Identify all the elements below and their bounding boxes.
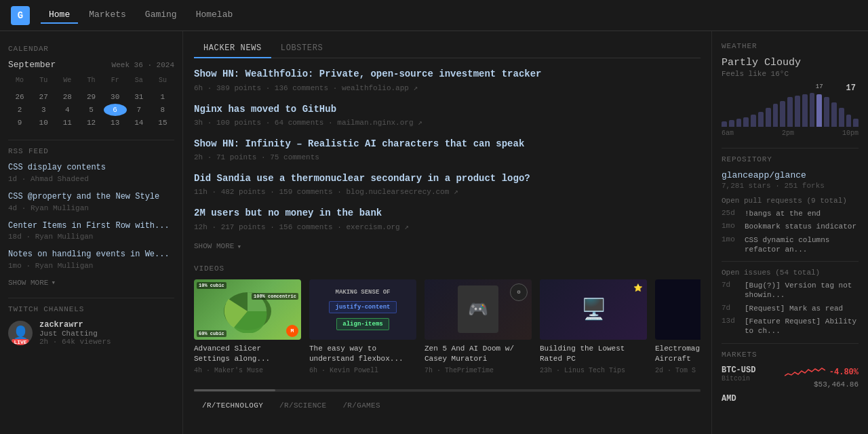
market-item-amd: AMD (722, 394, 859, 403)
scroll-thumb[interactable] (194, 389, 275, 391)
cal-day-7[interactable]: 7 (127, 104, 151, 116)
cal-day-31[interactable]: 31 (127, 91, 151, 103)
rss-item-title[interactable]: Center Items in First Row with... (8, 220, 174, 232)
market-ticker[interactable]: BTC-USD (722, 366, 755, 375)
repo-name[interactable]: glanceapp/glance (722, 170, 859, 180)
twitch-game: Just Chatting (39, 330, 174, 338)
cal-day-29[interactable]: 29 (79, 91, 102, 103)
market-right: -4.80% $53,464.86 (785, 366, 859, 389)
cal-day-26[interactable]: 26 (8, 91, 31, 103)
tab-science[interactable]: /R/SCIENCE (271, 399, 334, 412)
news-show-more[interactable]: SHOW MORE ▾ (194, 242, 701, 251)
cal-day-12[interactable]: 12 (79, 117, 102, 129)
news-item-title[interactable]: Did Sandia use a thermonuclear secondary… (194, 172, 701, 186)
main-layout: CALENDAR September Week 36 · 2024 Mo Tu … (0, 31, 868, 434)
weather-bar (824, 97, 829, 127)
tab-games[interactable]: /R/GAMES (334, 399, 388, 412)
rss-item: Notes on handling events in We... 1mo · … (8, 249, 174, 270)
news-item-meta: 3h · 100 points · 64 comments · mailman.… (194, 118, 701, 127)
video-card[interactable]: MAKING SENSE OF justify-content align-it… (309, 279, 416, 374)
weather-chart-container: 17 17 (722, 86, 859, 127)
rss-item-title[interactable]: CSS display contents (8, 162, 174, 174)
repo-issue-item: 7d [Request] Mark as read (722, 304, 859, 313)
weather-bar (802, 94, 808, 127)
weather-bar (780, 101, 785, 127)
news-item-meta: 2h · 71 points · 75 comments (194, 153, 701, 161)
twitch-name[interactable]: zackrawrr (39, 320, 174, 330)
market-header: AMD (722, 394, 859, 403)
weather-times: 6am 2pm 10pm (722, 130, 859, 137)
weather-bar (853, 119, 859, 127)
video-card[interactable]: ✈️ Electromagnetic Aircraft 2d · Tom S (655, 279, 701, 374)
weather-bar (787, 97, 793, 127)
weather-bar (810, 93, 815, 127)
news-item-title[interactable]: Show HN: Infinity – Realistic AI charact… (194, 138, 701, 151)
market-ticker[interactable]: AMD (722, 394, 736, 403)
video-thumbnail: MAKING SENSE OF justify-content align-it… (309, 279, 416, 340)
cal-day-1[interactable]: 1 (151, 91, 174, 103)
video-card[interactable]: 10% cubic 100% concentric 60% cubic M Ad… (194, 279, 301, 374)
cal-day-10[interactable]: 10 (32, 117, 55, 129)
cal-day-30[interactable]: 30 (104, 91, 127, 103)
rss-item: CSS @property and the New Style 4d · Rya… (8, 191, 174, 212)
rss-show-more[interactable]: SHOW MORE ▾ (8, 278, 174, 287)
weather-chart: 17 (722, 86, 859, 127)
weather-bar (743, 117, 749, 127)
rss-item-meta: 18d · Ryan Mulligan (8, 233, 174, 241)
rss-item-title[interactable]: Notes on handling events in We... (8, 249, 174, 260)
cal-day (8, 86, 31, 90)
cal-day-2[interactable]: 2 (8, 104, 31, 116)
divider (722, 343, 859, 344)
nav-home[interactable]: Home (41, 7, 78, 24)
tab-lobsters[interactable]: LOBSTERS (271, 39, 332, 58)
weather-section-title: WEATHER (722, 42, 859, 50)
cal-day-9[interactable]: 9 (8, 117, 31, 129)
videos-title: VIDEOS (194, 264, 701, 273)
twitch-title: TWITCH CHANNELS (8, 305, 174, 313)
left-sidebar: CALENDAR September Week 36 · 2024 Mo Tu … (0, 31, 183, 434)
weather-bar (729, 120, 734, 127)
cal-day-27[interactable]: 27 (32, 91, 55, 103)
news-item: 2M users but no money in the bank 12h · … (194, 207, 701, 231)
cal-day-13[interactable]: 13 (104, 117, 127, 129)
cal-day-15[interactable]: 15 (151, 117, 174, 129)
nav-gaming[interactable]: Gaming (137, 7, 185, 24)
divider (722, 261, 859, 262)
rss-item-meta: 1mo · Ryan Mulligan (8, 262, 174, 270)
video-thumbnail: 🖥️ ⭐ (540, 279, 647, 340)
center-content: HACKER NEWS LOBSTERS Show HN: Wealthfoli… (183, 31, 712, 434)
cal-day-5[interactable]: 5 (79, 104, 102, 116)
video-title: Zen 5 And AI Doom w/ Casey Muratori (425, 344, 532, 365)
video-card[interactable]: 🎮 ⚙ Zen 5 And AI Doom w/ Casey Muratori … (425, 279, 532, 374)
news-item-title[interactable]: Nginx has moved to GitHub (194, 103, 701, 117)
cal-day-4[interactable]: 4 (56, 104, 79, 116)
news-item-meta: 12h · 217 points · 156 comments · exerci… (194, 222, 701, 231)
nav-markets[interactable]: Markets (81, 7, 134, 24)
divider (8, 298, 174, 298)
market-sparkline (785, 366, 825, 379)
calendar-title: CALENDAR (8, 45, 174, 53)
video-card[interactable]: 🖥️ ⭐ Building the Lowest Rated PC 23h · … (540, 279, 647, 374)
weather-bar (795, 96, 800, 127)
rss-item-title[interactable]: CSS @property and the New Style (8, 191, 174, 203)
weather-feels-like: Feels like 16°C (722, 70, 859, 78)
video-thumbnail: 10% cubic 100% concentric 60% cubic M (194, 279, 301, 340)
cal-day-11[interactable]: 11 (56, 117, 79, 129)
cal-day-8[interactable]: 8 (151, 104, 174, 116)
video-thumbnail: 🎮 ⚙ (425, 279, 532, 340)
news-item-title[interactable]: 2M users but no money in the bank (194, 207, 701, 220)
cal-day-28[interactable]: 28 (56, 91, 79, 103)
twitch-viewers: 2h · 64k viewers (39, 338, 174, 346)
cal-header-fr: Fr (104, 75, 127, 85)
cal-header-su: Su (151, 75, 174, 85)
cal-day-14[interactable]: 14 (127, 117, 151, 129)
video-title: Building the Lowest Rated PC (540, 344, 647, 365)
cal-day-6-today[interactable]: 6 (104, 104, 127, 116)
tab-technology[interactable]: /R/TECHNOLOGY (194, 399, 271, 412)
cal-day-3[interactable]: 3 (32, 104, 55, 116)
nav-homelab[interactable]: Homelab (188, 7, 241, 24)
tab-hacker-news[interactable]: HACKER NEWS (194, 39, 271, 58)
chevron-down-icon: ▾ (51, 278, 56, 287)
scroll-indicator (194, 389, 701, 391)
news-item-title[interactable]: Show HN: Wealthfolio: Private, open-sour… (194, 68, 701, 81)
